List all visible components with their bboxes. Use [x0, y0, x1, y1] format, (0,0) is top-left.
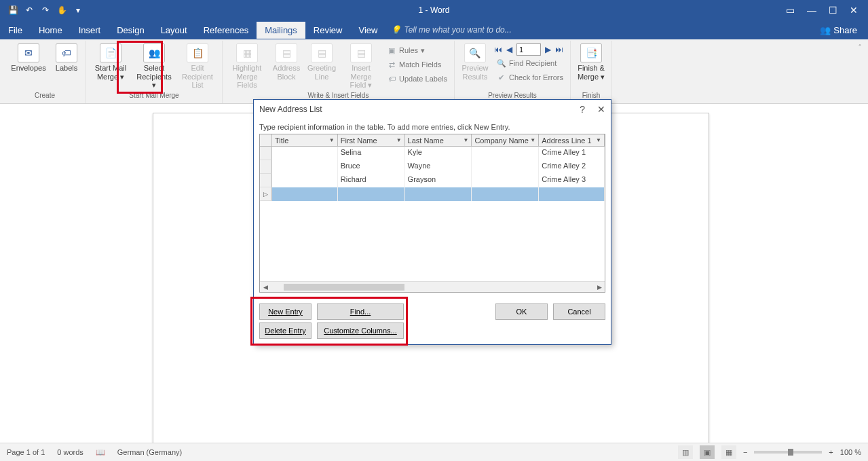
cell-first[interactable]: Selina	[338, 147, 405, 160]
preview-results-button[interactable]: 🔍 PreviewResults	[459, 41, 491, 81]
touch-mode-icon[interactable]: ✋	[56, 4, 68, 16]
cancel-button[interactable]: Cancel	[553, 303, 605, 320]
finish-merge-button[interactable]: 📑 Finish &Merge ▾	[575, 41, 607, 81]
cell-title[interactable]	[272, 160, 338, 174]
read-mode-icon[interactable]: ▥	[678, 445, 693, 459]
chevron-down-icon[interactable]: ▼	[463, 137, 468, 143]
table-row[interactable]: Bruce Wayne Crime Alley 2	[260, 160, 605, 174]
recipient-grid[interactable]: Title▼ First Name▼ Last Name▼ Company Na…	[259, 134, 605, 293]
prev-record-icon[interactable]: ◀	[506, 45, 512, 54]
scroll-thumb[interactable]	[284, 284, 404, 291]
maximize-icon[interactable]: ☐	[829, 5, 837, 16]
table-row[interactable]: Selina Kyle Crime Alley 1	[260, 147, 605, 160]
cell-first[interactable]: Bruce	[338, 160, 405, 174]
table-row-new[interactable]: ▷	[260, 187, 605, 201]
tab-view[interactable]: View	[350, 22, 385, 39]
chevron-down-icon[interactable]: ▼	[396, 137, 402, 143]
tab-layout[interactable]: Layout	[153, 22, 195, 39]
cell-first[interactable]: Richard	[338, 174, 405, 187]
cell-addr[interactable]: Crime Alley 2	[539, 160, 605, 174]
dialog-close-icon[interactable]: ✕	[597, 104, 605, 115]
find-recipient-button[interactable]: 🔍Find Recipient	[494, 56, 566, 70]
col-address1[interactable]: Address Line 1▼	[539, 134, 605, 146]
share-button[interactable]: 👥 Share	[809, 25, 868, 35]
print-layout-icon[interactable]: ▣	[700, 445, 715, 459]
qat-dropdown-icon[interactable]: ▾	[72, 4, 84, 16]
check-errors-button[interactable]: ✔Check for Errors	[494, 71, 566, 84]
zoom-level[interactable]: 100 %	[840, 448, 861, 456]
select-all-handle[interactable]	[260, 134, 272, 147]
select-recipients-button[interactable]: 👥 SelectRecipients ▾	[134, 41, 174, 90]
dialog-help-icon[interactable]: ?	[580, 104, 585, 115]
cell-last[interactable]: Kyle	[405, 147, 472, 160]
row-selector-current[interactable]: ▷	[260, 187, 272, 201]
ribbon-display-icon[interactable]: ▭	[786, 5, 795, 16]
record-number-input[interactable]	[516, 43, 541, 56]
cell-company[interactable]	[472, 187, 539, 201]
new-entry-button[interactable]: New Entry	[259, 303, 312, 320]
update-labels-button[interactable]: 🏷Update Labels	[384, 72, 450, 86]
cell-first[interactable]	[338, 187, 405, 201]
word-count[interactable]: 0 words	[57, 448, 83, 456]
tab-review[interactable]: Review	[305, 22, 351, 39]
match-fields-button[interactable]: ⇄Match Fields	[384, 58, 450, 71]
cell-title[interactable]	[272, 174, 338, 187]
cell-company[interactable]	[472, 174, 539, 187]
chevron-down-icon[interactable]: ▼	[329, 137, 335, 143]
tell-me-search[interactable]: 💡 Tell me what you want to do...	[391, 25, 511, 35]
page-indicator[interactable]: Page 1 of 1	[7, 448, 45, 456]
cell-company[interactable]	[472, 147, 539, 160]
grid-horizontal-scrollbar[interactable]: ◀ ▶	[260, 281, 605, 292]
minimize-icon[interactable]: —	[807, 5, 816, 16]
row-selector[interactable]	[260, 160, 272, 174]
proofing-icon[interactable]: 📖	[96, 448, 105, 457]
envelopes-button[interactable]: ✉ Envelopes	[8, 41, 49, 73]
start-mail-merge-button[interactable]: 📄 Start MailMerge ▾	[90, 41, 131, 81]
chevron-down-icon[interactable]: ▼	[530, 137, 535, 143]
ribbon-collapse-icon[interactable]: ˆ	[858, 43, 861, 52]
insert-merge-field-button[interactable]: ▤ Insert MergeField ▾	[341, 41, 381, 90]
last-record-icon[interactable]: ⏭	[555, 45, 563, 54]
rules-button[interactable]: ▣Rules ▾	[384, 43, 450, 57]
tab-home[interactable]: Home	[31, 22, 71, 39]
cell-last[interactable]	[405, 187, 472, 201]
language-indicator[interactable]: German (Germany)	[117, 448, 182, 456]
undo-icon[interactable]: ↶	[23, 4, 35, 16]
row-selector[interactable]	[260, 147, 272, 160]
save-icon[interactable]: 💾	[7, 4, 19, 16]
zoom-out-icon[interactable]: −	[743, 448, 747, 456]
ok-button[interactable]: OK	[495, 303, 548, 320]
scroll-right-icon[interactable]: ▶	[594, 282, 605, 293]
redo-icon[interactable]: ↷	[39, 4, 52, 16]
find-button[interactable]: Find...	[317, 303, 404, 320]
tab-references[interactable]: References	[195, 22, 257, 39]
row-selector[interactable]	[260, 174, 272, 187]
col-last-name[interactable]: Last Name▼	[405, 134, 472, 146]
first-record-icon[interactable]: ⏮	[494, 45, 502, 54]
tab-design[interactable]: Design	[109, 22, 152, 39]
highlight-merge-fields-button[interactable]: ▦ HighlightMerge Fields	[227, 41, 267, 90]
tab-mailings[interactable]: Mailings	[257, 22, 305, 39]
scroll-left-icon[interactable]: ◀	[260, 282, 271, 293]
delete-entry-button[interactable]: Delete Entry	[259, 322, 312, 339]
cell-title[interactable]	[272, 187, 338, 201]
edit-recipient-list-button[interactable]: 📋 EditRecipient List	[177, 41, 218, 90]
customize-columns-button[interactable]: Customize Columns...	[317, 322, 404, 339]
zoom-knob[interactable]	[788, 449, 793, 456]
table-row[interactable]: Richard Grayson Crime Alley 3	[260, 174, 605, 187]
address-block-button[interactable]: ▤ AddressBlock	[270, 41, 303, 81]
labels-button[interactable]: 🏷 Labels	[52, 41, 81, 73]
cell-addr[interactable]: Crime Alley 1	[539, 147, 605, 160]
chevron-down-icon[interactable]: ▼	[596, 137, 601, 143]
cell-last[interactable]: Wayne	[405, 160, 472, 174]
col-title[interactable]: Title▼	[272, 134, 338, 146]
cell-addr[interactable]	[539, 187, 605, 201]
next-record-icon[interactable]: ▶	[545, 45, 551, 54]
web-layout-icon[interactable]: ▦	[721, 445, 736, 459]
col-first-name[interactable]: First Name▼	[338, 134, 405, 146]
greeting-line-button[interactable]: ▤ GreetingLine	[305, 41, 338, 81]
cell-addr[interactable]: Crime Alley 3	[539, 174, 605, 187]
cell-title[interactable]	[272, 147, 338, 160]
tab-file[interactable]: File	[0, 22, 31, 39]
close-icon[interactable]: ✕	[850, 5, 858, 16]
